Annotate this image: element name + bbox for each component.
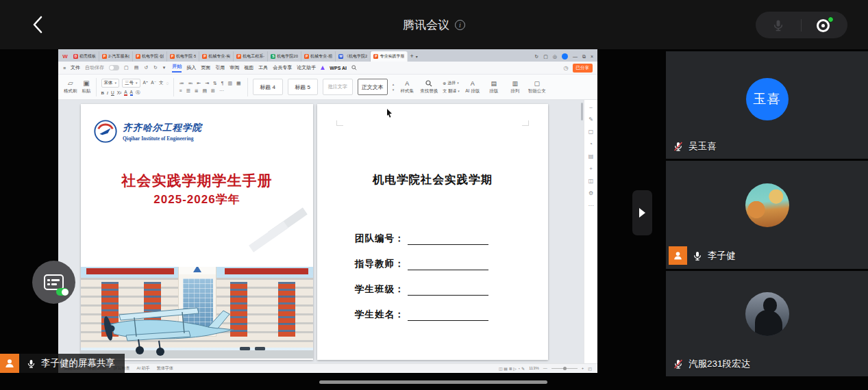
ai-assistant-status[interactable]: AI 助手	[136, 365, 149, 372]
arrange-button[interactable]: ▥排列	[507, 80, 523, 94]
biplane-image	[93, 301, 240, 359]
style-gallery-scroll[interactable]: ▴▾	[393, 82, 395, 92]
menu-file[interactable]: 文件	[71, 64, 80, 71]
settings-icon[interactable]: ◎	[553, 54, 557, 60]
vertical-scrollbar[interactable]	[581, 103, 583, 120]
edit-icon[interactable]: ✎	[588, 116, 593, 122]
horizontal-scrollbar[interactable]	[319, 380, 547, 384]
handbook-title: 社会实践学期学生手册	[81, 171, 313, 190]
minimize-button[interactable]: —	[573, 54, 578, 59]
sync-icon[interactable]: ↻	[534, 54, 538, 60]
superscript-button[interactable]: X²	[117, 90, 122, 95]
share-document-button[interactable]: 已分享	[573, 64, 593, 73]
participant-tile-wuyuxi[interactable]: 玉喜 吴玉喜	[666, 51, 868, 159]
select-tool-icon[interactable]: ▢	[588, 129, 594, 135]
wps-logo[interactable]: W	[60, 51, 71, 62]
menu-wps-ai[interactable]: WPS AI	[330, 66, 347, 70]
list-indent-icons[interactable]: ≔ ≕ ⇤ ⇥ ⇅ ¶ ▥ ▦	[179, 81, 242, 86]
workspace-icon[interactable]: ▢	[543, 54, 548, 60]
underline-button[interactable]: U	[111, 90, 114, 95]
blank-line	[408, 261, 488, 270]
menu-tools[interactable]: 工具	[258, 64, 268, 71]
mic-disabled-icon[interactable]	[771, 18, 785, 32]
fit-page-icon[interactable]: ◰	[588, 366, 592, 371]
highlight-color-button[interactable]: A	[130, 90, 133, 96]
ai-spark-icon	[321, 66, 325, 70]
doc-tab[interactable]: P2-汽车服务[	[99, 51, 133, 62]
italic-button[interactable]: I	[107, 90, 108, 95]
clear-format-button[interactable]: ◌	[166, 81, 169, 86]
grow-font-button[interactable]: A⁺	[143, 80, 149, 86]
shrink-font-button[interactable]: A⁻	[151, 80, 156, 86]
zoom-slider[interactable]	[551, 368, 578, 369]
add-tool-icon[interactable]: +	[589, 166, 593, 172]
style-heading5[interactable]: 标题 5	[288, 79, 318, 95]
history-tool-icon[interactable]: ◔	[589, 141, 593, 147]
sheet-tab[interactable]: S机电学院20	[268, 51, 301, 62]
menu-paper-assistant[interactable]: 论文助手	[297, 64, 316, 71]
zoom-in-button[interactable]: +	[582, 366, 584, 370]
style-body-text[interactable]: 正文文本	[358, 79, 388, 95]
info-icon[interactable]: i	[455, 20, 465, 30]
more-tools-icon[interactable]: ⋯	[588, 203, 594, 209]
menu-review[interactable]: 审阅	[230, 64, 239, 71]
style-heading4[interactable]: 标题 4	[253, 79, 283, 95]
format-painter-button[interactable]: ▱格式刷	[64, 79, 77, 94]
menu-view[interactable]: 视图	[244, 64, 253, 71]
menu-insert[interactable]: 插入	[186, 64, 196, 71]
select-button[interactable]: ⊕选择▾	[443, 80, 460, 86]
maximize-button[interactable]: ⧉	[582, 54, 586, 60]
document-page-form: 机电学院社会实践学期 团队编号： 指导教师： 学生班级： 学生姓名：	[317, 104, 548, 360]
font-color-button[interactable]: A	[124, 90, 127, 96]
account-avatar[interactable]	[562, 53, 568, 60]
word-tab[interactable]: W《机电学院2	[336, 51, 371, 62]
autosave-toggle[interactable]	[109, 65, 119, 70]
close-button[interactable]: ×	[591, 54, 593, 59]
font-size-select[interactable]: 三号▾	[122, 79, 140, 88]
expand-panel-button[interactable]	[632, 190, 652, 235]
pages-tool-icon[interactable]: ◫	[588, 178, 594, 184]
paste-button[interactable]: ▣粘贴	[82, 79, 91, 94]
pinyin-button[interactable]: 文	[159, 80, 164, 86]
settings-tool-icon[interactable]: ⚙	[588, 190, 593, 196]
doc-tab[interactable]: P机械专业-实	[199, 51, 234, 62]
doc-tab[interactable]: P机电学院·5	[167, 51, 199, 62]
view-mode-icons[interactable]: ◫ ▤ ≣ ▷ ◔ ✎	[499, 366, 525, 371]
zoom-out-button[interactable]: —	[543, 366, 547, 370]
doc-tab[interactable]: P机电工程系-	[234, 51, 268, 62]
tab-list-caret[interactable]: ▾	[416, 54, 418, 59]
layout-tool-icon[interactable]: ▤	[588, 153, 594, 159]
ai-typeset-button[interactable]: AAI 排版	[464, 80, 481, 94]
scroll-handle[interactable]: –	[589, 104, 592, 110]
hamburger-icon[interactable]: ≡	[63, 66, 66, 70]
alignment-icons[interactable]: ≡ ☰ ≣ ▤ ⊞ ⋯	[179, 88, 242, 94]
translate-button[interactable]: 文翻译▾	[443, 88, 460, 94]
history-icon[interactable]: ◷	[564, 65, 569, 71]
record-button[interactable]	[817, 18, 832, 33]
doc-tab[interactable]: P机械专业-相	[301, 51, 336, 62]
menu-member[interactable]: 会员专享	[273, 64, 292, 71]
new-tab-button[interactable]: +	[410, 53, 413, 60]
font-family-select[interactable]: 宋体▾	[101, 79, 120, 88]
doc-tab[interactable]: D稻壳模板	[71, 51, 99, 62]
doc-tab[interactable]: P机电学院·创	[133, 51, 167, 62]
meeting-window: 腾讯会议 i W D稻壳模板 P2-汽车服务[ P机电学院·创 P机电学院·5 …	[0, 0, 868, 390]
style-set-button[interactable]: A样式集	[399, 80, 415, 94]
participant-tile-lizijian[interactable]: 李子健	[666, 161, 868, 269]
typeset-button[interactable]: ▤排版	[486, 80, 502, 94]
search-icon[interactable]	[351, 65, 357, 70]
participant-tile-duanhongda[interactable]: 汽服231段宏达	[666, 271, 868, 376]
quick-access-icons[interactable]: ▢ ▤ ↺ ↻ ▾	[124, 65, 167, 70]
menu-home[interactable]: 开始	[172, 63, 182, 73]
bold-button[interactable]: B	[101, 90, 104, 95]
caption-toggle-button[interactable]	[32, 261, 75, 304]
smart-doc-button[interactable]: ▢智能公文	[528, 80, 546, 94]
active-doc-tab[interactable]: P专业实践学期	[371, 51, 408, 62]
font-status[interactable]: 繁体字体	[157, 365, 173, 372]
document-canvas[interactable]: 齐齐哈尔工程学院 Qiqihar Institute of Engineerin…	[58, 100, 597, 363]
style-comment-text[interactable]: 批注文字	[323, 79, 353, 95]
enclose-char-button[interactable]: Ⓐ	[136, 90, 140, 96]
menu-reference[interactable]: 引用	[215, 64, 225, 71]
find-replace-button[interactable]: 查找替换	[420, 80, 438, 94]
menu-page[interactable]: 页面	[201, 64, 210, 71]
